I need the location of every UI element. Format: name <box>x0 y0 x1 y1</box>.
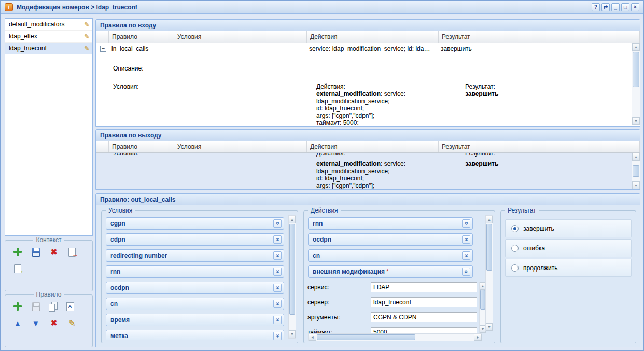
expander-column-header <box>96 31 109 43</box>
column-header-rule[interactable]: Правило <box>109 31 174 43</box>
condition-bar-rnn[interactable]: rnn « <box>106 265 284 278</box>
scrollbar-thumb[interactable] <box>480 290 485 310</box>
scroll-up-button[interactable]: ▲ <box>632 43 640 51</box>
column-header-actions[interactable]: Действия <box>307 141 439 152</box>
result-option-continue[interactable]: продолжить <box>505 259 632 277</box>
import-context-button[interactable]: → <box>12 263 23 274</box>
expand-icon[interactable]: « <box>273 284 282 292</box>
export-context-button[interactable]: → <box>67 247 77 257</box>
column-header-actions[interactable]: Действия <box>307 31 439 43</box>
close-button[interactable]: × <box>631 3 639 11</box>
scrollbar-thumb[interactable] <box>633 165 639 177</box>
result-option-label: завершить <box>523 225 554 232</box>
move-down-button[interactable]: ▼ <box>31 318 41 328</box>
radio-icon[interactable] <box>511 245 519 252</box>
expand-icon[interactable]: « <box>462 251 470 260</box>
scroll-up-button[interactable]: ▲ <box>632 153 640 161</box>
add-context-button[interactable] <box>12 247 23 257</box>
actions-h-scrollbar[interactable]: ◄ ► <box>308 333 482 341</box>
scroll-left-button[interactable]: ◄ <box>309 334 316 341</box>
refresh-button[interactable]: ⇄ <box>601 3 610 11</box>
arguments-field-row: аргументы: <box>307 312 477 322</box>
scroll-down-button[interactable]: ▼ <box>632 181 640 189</box>
condition-bar-ocdpn[interactable]: ocdpn « <box>106 282 284 294</box>
edit-icon[interactable]: ✎ <box>84 21 90 29</box>
condition-label: redirecting number <box>110 252 167 259</box>
column-header-conditions[interactable]: Условия <box>174 141 307 152</box>
delete-rule-button[interactable]: ✖ <box>49 318 59 328</box>
action-line-4: args: ["cgpn","cdpn"]; <box>316 182 405 189</box>
minimize-button[interactable]: _ <box>611 3 620 11</box>
collapse-row-icon[interactable]: − <box>100 46 106 52</box>
rule-result-cell[interactable]: завершить <box>441 45 472 52</box>
service-input[interactable] <box>371 282 477 292</box>
arguments-input[interactable] <box>371 312 477 322</box>
action-bar-ocdpn[interactable]: ocdpn « <box>308 233 473 246</box>
expand-icon[interactable]: « <box>462 219 470 228</box>
result-option-error[interactable]: ошибка <box>505 239 632 257</box>
condition-bar-label[interactable]: метка « <box>106 330 284 340</box>
result-option-finish[interactable]: завершить <box>505 219 632 237</box>
action-bar-cn[interactable]: cn « <box>308 249 473 262</box>
condition-bar-cdpn[interactable]: cdpn « <box>106 233 284 246</box>
radio-icon[interactable] <box>511 225 519 232</box>
server-input[interactable] <box>371 297 477 307</box>
in-rules-scrollbar[interactable]: ▲ ▼ <box>632 43 640 125</box>
edit-icon[interactable]: ✎ <box>84 45 90 52</box>
sidebar-item-default-modificators[interactable]: default_modificators ✎ <box>5 19 92 31</box>
expand-icon[interactable]: « <box>462 235 470 244</box>
actions-scrollbar[interactable]: ▲ ▼ <box>485 215 493 331</box>
expand-icon[interactable]: « <box>273 251 282 260</box>
scroll-down-button[interactable]: ▼ <box>486 323 493 331</box>
rule-name-cell[interactable]: in_local_calls <box>111 45 148 52</box>
scroll-down-button[interactable]: ▼ <box>289 330 296 338</box>
rename-rule-button[interactable]: A <box>65 301 75 312</box>
column-header-rule[interactable]: Правило <box>109 141 174 152</box>
condition-bar-cn[interactable]: cn « <box>106 298 284 310</box>
copy-rule-button[interactable] <box>49 302 57 311</box>
conditions-scrollbar[interactable]: ▲ ▼ <box>288 215 296 339</box>
out-rules-scrollbar[interactable]: ▲ ▼ <box>632 153 640 189</box>
expand-icon[interactable]: « <box>273 268 282 276</box>
expand-icon[interactable]: « <box>273 219 282 228</box>
radio-icon[interactable] <box>511 264 519 272</box>
edit-rule-button[interactable]: ✎ <box>67 318 77 328</box>
sidebar-item-ldap-eltex[interactable]: ldap_eltex ✎ <box>5 31 92 43</box>
action-bar-external-modification[interactable]: внешняя модификация* « <box>308 265 473 278</box>
column-header-conditions[interactable]: Условия <box>174 31 307 43</box>
scroll-down-button[interactable]: ▼ <box>632 117 640 125</box>
conditions-legend: Условия <box>106 207 135 214</box>
expand-icon[interactable]: « <box>273 300 282 308</box>
condition-label: cn <box>110 300 118 307</box>
scrollbar-thumb[interactable] <box>317 334 415 340</box>
scroll-right-button[interactable]: ► <box>474 334 482 341</box>
help-button[interactable]: ? <box>592 3 600 11</box>
server-label: сервер: <box>307 299 371 306</box>
collapse-icon[interactable]: « <box>462 268 470 276</box>
rule-actions-summary-cell[interactable]: service: ldap_modification_service; id: … <box>309 45 430 52</box>
scrollbar-thumb[interactable] <box>289 224 295 315</box>
action-bar-rnn[interactable]: rnn « <box>308 217 473 230</box>
out-rules-grid-body: Условия: Действия: Результат: external_m… <box>96 153 640 189</box>
scrollbar-thumb[interactable] <box>633 52 639 87</box>
condition-bar-time[interactable]: время « <box>106 314 284 326</box>
add-rule-button[interactable] <box>12 301 23 312</box>
save-rule-button[interactable] <box>31 301 41 312</box>
edit-icon[interactable]: ✎ <box>84 33 90 40</box>
column-header-result[interactable]: Результат <box>439 141 640 152</box>
save-context-button[interactable] <box>31 247 41 257</box>
expand-icon[interactable]: « <box>273 316 282 324</box>
condition-bar-redirecting-number[interactable]: redirecting number « <box>106 249 284 262</box>
scroll-up-button[interactable]: ▲ <box>289 216 296 223</box>
scroll-up-button[interactable]: ▲ <box>486 216 493 223</box>
export-arrow-icon: → <box>72 250 78 258</box>
expand-icon[interactable]: « <box>273 235 282 244</box>
scrollbar-thumb[interactable] <box>486 224 492 271</box>
move-up-button[interactable]: ▲ <box>12 318 23 328</box>
sidebar-item-ldap-trueconf[interactable]: ldap_trueconf ✎ <box>5 43 92 54</box>
delete-context-button[interactable]: ✖ <box>49 247 59 257</box>
maximize-button[interactable]: □ <box>621 3 629 11</box>
condition-bar-cgpn[interactable]: cgpn « <box>106 217 284 230</box>
column-header-result[interactable]: Результат <box>439 31 640 43</box>
expand-icon[interactable]: « <box>273 332 282 340</box>
